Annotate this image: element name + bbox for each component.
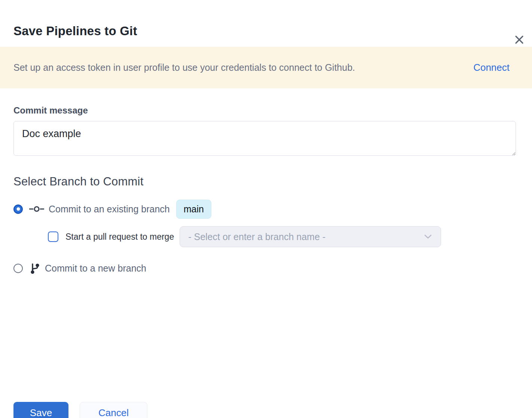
cancel-button[interactable]: Cancel	[80, 402, 147, 418]
existing-branch-option: Commit to an existing branch main	[13, 199, 516, 219]
existing-branch-label: Commit to an existing branch	[49, 204, 170, 215]
chevron-down-icon	[424, 234, 432, 239]
pull-request-row: Start a pull request to merge - Select o…	[48, 226, 516, 247]
pull-request-checkbox[interactable]	[48, 231, 58, 242]
git-branch-icon	[29, 262, 40, 274]
git-commit-icon	[29, 205, 44, 213]
existing-branch-radio[interactable]	[13, 205, 23, 214]
save-pipelines-dialog: Save Pipelines to Git Set up an access t…	[0, 22, 532, 418]
dialog-footer: Save Cancel	[13, 402, 147, 418]
target-branch-placeholder: - Select or enter a branch name -	[188, 231, 325, 242]
close-icon	[513, 34, 525, 46]
branch-section-heading: Select Branch to Commit	[13, 175, 516, 189]
access-token-banner: Set up an access token in user profile t…	[0, 47, 532, 88]
connect-link[interactable]: Connect	[473, 62, 510, 73]
commit-message-input[interactable]: Doc example	[13, 121, 516, 156]
banner-message: Set up an access token in user profile t…	[13, 62, 355, 73]
target-branch-select[interactable]: - Select or enter a branch name -	[180, 226, 441, 247]
new-branch-label: Commit to a new branch	[45, 263, 146, 274]
dialog-title: Save Pipelines to Git	[13, 22, 519, 40]
new-branch-radio[interactable]	[13, 264, 23, 273]
new-branch-option: Commit to a new branch	[13, 258, 516, 278]
dialog-body: Commit message Doc example Select Branch…	[0, 105, 532, 278]
save-button[interactable]: Save	[13, 402, 68, 418]
close-button[interactable]	[512, 32, 527, 47]
current-branch-badge[interactable]: main	[176, 200, 211, 219]
commit-message-label: Commit message	[13, 105, 516, 116]
pull-request-label: Start a pull request to merge	[65, 232, 174, 242]
